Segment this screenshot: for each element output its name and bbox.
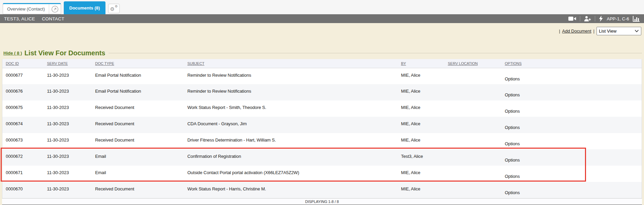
column-header-serv_location[interactable]: SERV LOCATION — [445, 59, 502, 68]
tab-documents[interactable]: Documents (8) — [64, 1, 105, 14]
cell-doc_id: 0000675 — [2, 100, 44, 117]
column-header-doc_id[interactable]: DOC ID — [2, 59, 44, 68]
cell-doc_type: Email Portal Notification — [92, 84, 184, 100]
table-footer: DISPLAYING 1-8 / 8 — [2, 198, 642, 205]
view-select[interactable]: List View — [597, 27, 641, 35]
cell-subject: Confirmation of Registration — [184, 149, 398, 166]
cell-serv_date: 11-30-2023 — [44, 149, 92, 166]
cell-subject: Reminder to Review Notifications — [184, 68, 398, 84]
cell-doc_type: Received Document — [92, 182, 184, 198]
cell-options[interactable]: Options — [502, 84, 642, 100]
tab-strip: Overview (Contact) Documents (8) ⚙︎ ⚙︎ — [0, 0, 644, 14]
cell-subject: Work Status Report - Harris, Christine M… — [184, 182, 398, 198]
panel-legend-row: Hide ( 8 ) List View For Documents — [3, 49, 642, 57]
cell-options[interactable]: Options — [502, 68, 642, 84]
column-header-options[interactable]: OPTIONS — [502, 59, 642, 68]
table-row: 000067611-30-2023Email Portal Notificati… — [2, 84, 642, 100]
tab-overview-contact[interactable]: Overview (Contact) — [3, 3, 61, 14]
app-label: APP-1, C-6 — [607, 16, 629, 21]
cell-serv_location — [445, 84, 502, 100]
page-content: | Add Document | List View Hide ( 8 ) Li… — [0, 23, 644, 205]
cell-serv_date: 11-30-2023 — [44, 182, 92, 198]
cell-by: MIE, Alice — [398, 117, 445, 133]
table-row: 000067111-30-2023EmailOutside Contact Po… — [2, 166, 642, 182]
popout-circle-arrow-icon[interactable] — [49, 4, 61, 14]
documents-table-wrap: DOC IDSERV DATEDOC TYPESUBJECTBYSERV LOC… — [2, 59, 642, 205]
legend-line — [109, 53, 642, 53]
cell-subject: Work Status Report - Smith, Theodore S. — [184, 100, 398, 117]
cell-options[interactable]: Options — [502, 166, 642, 182]
cell-options[interactable]: Options — [502, 117, 642, 133]
gear-icon-small: ⚙︎ — [115, 5, 118, 8]
context-bar: TEST3, ALICE CONTACT APP-1, C-6 — [0, 14, 644, 23]
cell-doc_id: 0000670 — [2, 182, 44, 198]
table-row: 000067711-30-2023Email Portal Notificati… — [2, 68, 642, 84]
cell-serv_location — [445, 68, 502, 84]
cell-subject: CDA Document - Grayson, Jim — [184, 117, 398, 133]
cell-serv_location — [445, 182, 502, 198]
cell-by: Test3, Alice — [398, 149, 445, 166]
cell-serv_date: 11-30-2023 — [44, 84, 92, 100]
cell-by: MIE, Alice — [398, 166, 445, 182]
cell-doc_type: Received Document — [92, 117, 184, 133]
cell-serv_date: 11-30-2023 — [44, 133, 92, 149]
documents-table: DOC IDSERV DATEDOC TYPESUBJECTBYSERV LOC… — [2, 59, 642, 198]
add-person-icon[interactable] — [584, 16, 591, 22]
cell-doc_type: Email — [92, 149, 184, 166]
hide-link[interactable]: Hide ( 8 ) — [3, 51, 22, 56]
cell-by: MIE, Alice — [398, 100, 445, 117]
separator: | — [559, 29, 560, 34]
entity-type: CONTACT — [42, 16, 64, 21]
table-row: 000067011-30-2023Received DocumentWork S… — [2, 182, 642, 198]
cell-doc_id: 0000674 — [2, 117, 44, 133]
cell-doc_type: Email — [92, 166, 184, 182]
cell-doc_id: 0000671 — [2, 166, 44, 182]
cell-serv_date: 11-30-2023 — [44, 100, 92, 117]
cell-doc_type: Received Document — [92, 133, 184, 149]
cell-serv_date: 11-30-2023 — [44, 68, 92, 84]
cell-by: MIE, Alice — [398, 84, 445, 100]
context-bar-actions: APP-1, C-6 — [568, 16, 641, 22]
panel-title: List View For Documents — [24, 49, 105, 57]
toolbar-divider — [595, 16, 595, 21]
settings-button[interactable]: ⚙︎ ⚙︎ — [108, 4, 120, 13]
table-header-row: DOC IDSERV DATEDOC TYPESUBJECTBYSERV LOC… — [2, 59, 642, 68]
column-header-subject[interactable]: SUBJECT — [184, 59, 398, 68]
tab-documents-label: Documents (8) — [69, 5, 100, 11]
cell-options[interactable]: Options — [502, 100, 642, 117]
cell-doc_id: 0000677 — [2, 68, 44, 84]
cell-doc_type: Received Document — [92, 100, 184, 117]
cell-subject: Driver Fitness Determination - Hart, Wil… — [184, 133, 398, 149]
cell-serv_date: 11-30-2023 — [44, 117, 92, 133]
actions-row: | Add Document | List View — [0, 26, 644, 35]
cell-subject: Reminder to Review Notifications — [184, 84, 398, 100]
entity-name: TEST3, ALICE — [4, 16, 35, 21]
cell-doc_type: Email Portal Notification — [92, 68, 184, 84]
cell-serv_location — [445, 100, 502, 117]
cell-options[interactable]: Options — [502, 182, 642, 198]
cell-by: MIE, Alice — [398, 68, 445, 84]
cell-options[interactable]: Options — [502, 133, 642, 149]
video-camera-icon[interactable] — [568, 16, 576, 21]
cell-serv_location — [445, 149, 502, 166]
pagination-status: DISPLAYING 1-8 / 8 — [305, 200, 339, 204]
bar-chart-icon[interactable] — [633, 16, 641, 22]
toolbar-divider — [580, 16, 580, 21]
column-header-serv_date[interactable]: SERV DATE — [44, 59, 92, 68]
cell-serv_location — [445, 117, 502, 133]
gear-icon: ⚙︎ — [110, 7, 115, 12]
column-header-by[interactable]: BY — [398, 59, 445, 68]
cell-serv_location — [445, 166, 502, 182]
table-row: 000067411-30-2023Received DocumentCDA Do… — [2, 117, 642, 133]
table-row: 000067311-30-2023Received DocumentDriver… — [2, 133, 642, 149]
cell-by: MIE, Alice — [398, 133, 445, 149]
column-header-doc_type[interactable]: DOC TYPE — [92, 59, 184, 68]
cell-doc_id: 0000672 — [2, 149, 44, 166]
cell-doc_id: 0000676 — [2, 84, 44, 100]
lightning-bolt-icon[interactable] — [599, 16, 603, 22]
cell-by: MIE, Alice — [398, 182, 445, 198]
cell-subject: Outside Contact Portal portal activation… — [184, 166, 398, 182]
cell-options[interactable]: Options — [502, 149, 642, 166]
cell-serv_date: 11-30-2023 — [44, 166, 92, 182]
add-document-link[interactable]: Add Document — [562, 29, 591, 34]
